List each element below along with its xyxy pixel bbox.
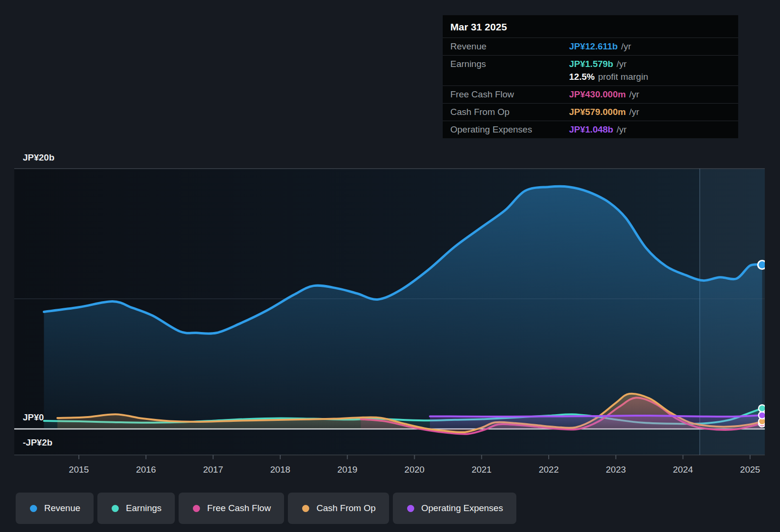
svg-text:2023: 2023: [606, 465, 626, 475]
legend-label: Revenue: [44, 503, 80, 513]
svg-text:2017: 2017: [203, 465, 223, 475]
svg-text:2018: 2018: [270, 465, 290, 475]
legend-item-earnings[interactable]: Earnings: [97, 493, 175, 524]
series-operating_expenses: [430, 415, 762, 429]
tooltip-value: JP¥1.579b/yr 12.5%profit margin: [569, 59, 731, 82]
tooltip-value: JP¥12.611b/yr: [569, 41, 731, 52]
chart-legend: Revenue Earnings Free Cash Flow Cash Fro…: [16, 493, 516, 524]
svg-text:2024: 2024: [673, 465, 694, 475]
financial-chart-page: JP¥20bJP¥0-JP¥2b201520162017201820192020…: [0, 0, 780, 532]
svg-text:2019: 2019: [337, 465, 357, 475]
svg-text:2016: 2016: [136, 465, 156, 475]
tooltip-row-revenue: Revenue JP¥12.611b/yr: [443, 38, 738, 55]
free-cash-flow-series-dot-icon: [193, 505, 200, 512]
svg-text:2020: 2020: [404, 465, 424, 475]
operating-expenses-series-dot-icon: [407, 505, 414, 512]
revenue-series-dot-icon: [30, 505, 37, 512]
cash-from-op-series-dot-icon: [302, 505, 309, 512]
tooltip-row-operating-expenses: Operating Expenses JP¥1.048b/yr: [443, 121, 738, 138]
svg-text:JP¥0: JP¥0: [23, 412, 44, 422]
svg-text:-JP¥2b: -JP¥2b: [23, 437, 52, 447]
svg-text:JP¥20b: JP¥20b: [23, 152, 55, 162]
x-axis-labels: 2015201620172018201920202021202220232024…: [69, 465, 760, 475]
earnings-series-dot-icon: [112, 505, 119, 512]
legend-item-operating-expenses[interactable]: Operating Expenses: [393, 493, 516, 524]
tooltip-label: Operating Expenses: [450, 124, 569, 135]
legend-label: Cash From Op: [316, 503, 376, 513]
svg-text:2022: 2022: [539, 465, 559, 475]
tooltip-value: JP¥430.000m/yr: [569, 89, 731, 100]
tooltip-value: JP¥1.048b/yr: [569, 124, 731, 135]
tooltip-row-cash-from-op: Cash From Op JP¥579.000m/yr: [443, 103, 738, 121]
tooltip-label: Earnings: [450, 59, 569, 69]
tooltip-row-earnings: Earnings JP¥1.579b/yr 12.5%profit margin: [443, 55, 738, 86]
svg-text:2025: 2025: [740, 465, 760, 475]
tooltip-value: JP¥579.000m/yr: [569, 107, 731, 117]
legend-item-revenue[interactable]: Revenue: [16, 493, 94, 524]
tooltip-label: Free Cash Flow: [450, 89, 569, 100]
tooltip-row-free-cash-flow: Free Cash Flow JP¥430.000m/yr: [443, 86, 738, 103]
tooltip-date: Mar 31 2025: [443, 15, 738, 38]
legend-item-cash-from-op[interactable]: Cash From Op: [288, 493, 389, 524]
svg-text:2015: 2015: [69, 465, 89, 475]
tooltip-label: Revenue: [450, 41, 569, 52]
profit-margin: 12.5%profit margin: [569, 72, 731, 82]
legend-item-free-cash-flow[interactable]: Free Cash Flow: [179, 493, 284, 524]
legend-label: Free Cash Flow: [207, 503, 271, 513]
chart-tooltip: Mar 31 2025 Revenue JP¥12.611b/yr Earnin…: [443, 15, 738, 138]
legend-label: Earnings: [126, 503, 162, 513]
tooltip-label: Cash From Op: [450, 107, 569, 117]
legend-label: Operating Expenses: [421, 503, 503, 513]
svg-text:2021: 2021: [472, 465, 492, 475]
